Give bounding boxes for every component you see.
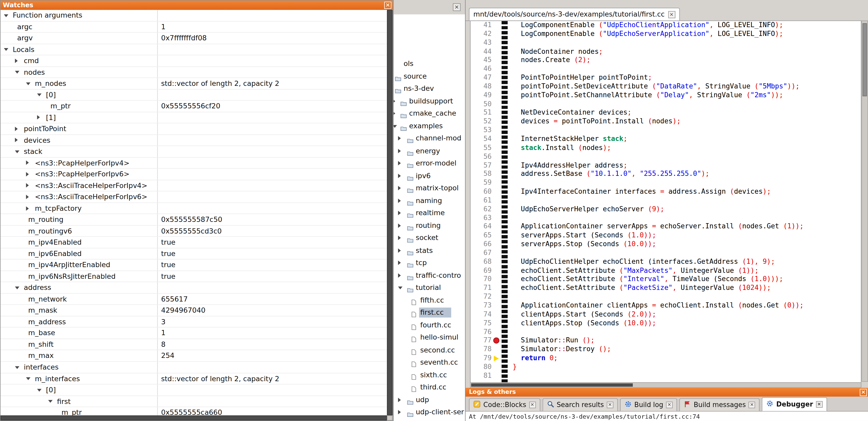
tab-close-icon[interactable]: × [816, 401, 823, 408]
tree-item[interactable]: examples [394, 120, 465, 132]
tree-item[interactable]: hello-simul [394, 331, 465, 344]
code-line[interactable]: 58 address.SetBase ("10.1.1.0", "255.255… [470, 170, 861, 179]
watch-row[interactable]: m_tcpFactory [1, 203, 387, 215]
expand-icon[interactable] [398, 236, 401, 240]
watch-row[interactable]: m_network655617 [1, 294, 387, 305]
expand-icon[interactable] [37, 115, 40, 120]
code-line[interactable]: 79 return 0; [470, 354, 861, 363]
code-line[interactable]: 68 UdpEchoClientHelper echoClient (inter… [470, 258, 861, 266]
tree-item[interactable]: realtime [394, 207, 465, 219]
logs-titlebar[interactable]: Logs & others × [466, 388, 868, 397]
logs-tab-code-blocks[interactable]: Code::Blocks× [469, 398, 540, 411]
expand-icon[interactable] [398, 211, 401, 216]
tree-item[interactable]: fourth.cc [394, 319, 465, 331]
tree-item[interactable]: second.cc [394, 344, 465, 356]
watch-row[interactable]: m_interfacesstd::vector of length 2, cap… [1, 373, 387, 385]
tree-item[interactable]: tutorial [394, 282, 465, 294]
code-line[interactable]: 70 echoClient.SetAttribute ("Interval", … [470, 275, 861, 284]
watch-row[interactable]: m_ipv6NsRsJitterEnabledtrue [1, 271, 387, 282]
watch-row[interactable]: argv0x7fffffffdf08 [1, 33, 387, 44]
tree-item[interactable]: fifth.cc [394, 294, 465, 306]
code-line[interactable]: 41 LogComponentEnable ("UdpEchoClientApp… [470, 21, 861, 30]
watch-row[interactable]: <ns3::PcapHelperForIpv6> [1, 169, 387, 180]
code-line[interactable]: 47 PointToPointHelper pointToPoint; [470, 74, 861, 83]
code-line[interactable]: 59 [470, 179, 861, 188]
collapse-icon[interactable] [4, 48, 8, 51]
tree-item[interactable]: wireless [394, 418, 465, 421]
collapse-icon[interactable] [15, 71, 20, 74]
code-line[interactable]: 73 ApplicationContainer clientApps = ech… [470, 301, 861, 310]
watch-row[interactable]: [0] [1, 385, 387, 396]
code-line[interactable]: 52 devices = pointToPoint.Install (nodes… [470, 118, 861, 126]
code-line[interactable]: 51 NetDeviceContainer devices; [470, 108, 861, 118]
code-line[interactable]: 66 serverApps.Stop (Seconds (10.0)); [470, 240, 861, 249]
tab-close-icon[interactable]: × [529, 401, 536, 408]
watch-row[interactable]: Locals [1, 44, 387, 55]
code-line[interactable]: 49 pointToPoint.SetChannelAttribute ("De… [470, 91, 861, 100]
code-line[interactable]: 55 stack.Install (nodes); [470, 144, 861, 153]
tree-item[interactable]: seventh.cc [394, 356, 465, 369]
expand-icon[interactable] [15, 59, 18, 63]
code-line[interactable]: 57 Ipv4AddressHelper address; [470, 161, 861, 170]
tree-item[interactable]: first.cc [394, 306, 465, 319]
code-line[interactable]: 64 ApplicationContainer serverApps = ech… [470, 223, 861, 231]
editor-vertical-scrollbar-thumb[interactable] [863, 23, 867, 96]
editor-tab-first-cc[interactable]: mnt/dev/tools/source/ns-3-dev/examples/t… [469, 8, 680, 21]
watch-row[interactable]: m_routingv60x5555555cd3c0 [1, 226, 387, 237]
watch-row[interactable]: <ns3::AsciiTraceHelperForIpv4> [1, 180, 387, 192]
collapse-icon[interactable] [4, 14, 8, 17]
expand-icon[interactable] [398, 173, 401, 178]
watch-row[interactable]: m_max254 [1, 350, 387, 362]
code-line[interactable]: 80} [470, 363, 861, 371]
watch-row[interactable]: stack [1, 146, 387, 158]
watch-row[interactable]: nodes [1, 67, 387, 78]
collapse-icon[interactable] [15, 287, 20, 289]
tree-item[interactable]: traffic-contro [394, 269, 465, 282]
code-line[interactable]: 65 serverApps.Start (Seconds (1.0)); [470, 231, 861, 240]
code-line[interactable]: 71 echoClient.SetAttribute ("PacketSize"… [470, 284, 861, 293]
collapse-icon[interactable] [26, 377, 31, 380]
management-close-button[interactable]: × [453, 3, 461, 11]
editor-vertical-scrollbar[interactable] [862, 21, 868, 382]
expand-icon[interactable] [398, 136, 401, 141]
code-line[interactable]: 77 Simulator::Run (); [470, 336, 861, 345]
expand-icon[interactable] [26, 206, 29, 210]
code-line[interactable]: 76 [470, 328, 861, 337]
watch-row[interactable]: argc1 [1, 21, 387, 33]
tree-item[interactable]: channel-mod [394, 132, 465, 144]
tree-item[interactable]: buildsupport [394, 95, 465, 107]
code-line[interactable]: 56 [470, 153, 861, 161]
collapse-icon[interactable] [26, 82, 31, 85]
breakpoint-icon[interactable] [493, 338, 499, 344]
code-line[interactable]: 67 [470, 249, 861, 258]
tree-item[interactable]: tcp [394, 257, 465, 269]
collapse-icon[interactable] [15, 366, 20, 369]
watch-row[interactable]: [1] [1, 112, 387, 123]
expand-icon[interactable] [393, 111, 396, 116]
code-line[interactable]: 62 UdpEchoServerHelper echoServer (9); [470, 205, 861, 214]
code-line[interactable]: 63 [470, 214, 861, 223]
watch-row[interactable]: m_nodesstd::vector of length 2, capacity… [1, 78, 387, 90]
tree-item[interactable]: cmake_cache [394, 107, 465, 120]
code-line[interactable]: 46 [470, 65, 861, 74]
collapse-icon[interactable] [48, 400, 53, 403]
expand-icon[interactable] [15, 138, 18, 142]
tab-close-icon[interactable]: × [748, 401, 755, 408]
tree-item[interactable]: udp [394, 394, 465, 406]
tree-item[interactable]: matrix-topol [394, 182, 465, 194]
tree-item[interactable]: sixth.cc [394, 369, 465, 381]
watch-row[interactable]: devices [1, 135, 387, 146]
watch-row[interactable]: <ns3::PcapHelperForIpv4> [1, 158, 387, 169]
tree-item[interactable]: stats [394, 244, 465, 257]
logs-close-button[interactable]: × [860, 389, 867, 396]
expand-icon[interactable] [26, 195, 29, 199]
watch-row[interactable]: m_address3 [1, 316, 387, 328]
watch-row[interactable]: first [1, 396, 387, 407]
watch-row[interactable]: m_ptr0x5555555ca660 [1, 407, 387, 416]
tab-close-icon[interactable]: × [607, 401, 613, 408]
watch-row[interactable]: <ns3::AsciiTraceHelperForIpv6> [1, 192, 387, 203]
tree-item[interactable]: ols [394, 57, 465, 70]
tree-item[interactable]: error-model [394, 157, 465, 170]
watch-row[interactable]: m_base1 [1, 328, 387, 339]
watch-row[interactable]: m_ipv6Enabledtrue [1, 248, 387, 260]
